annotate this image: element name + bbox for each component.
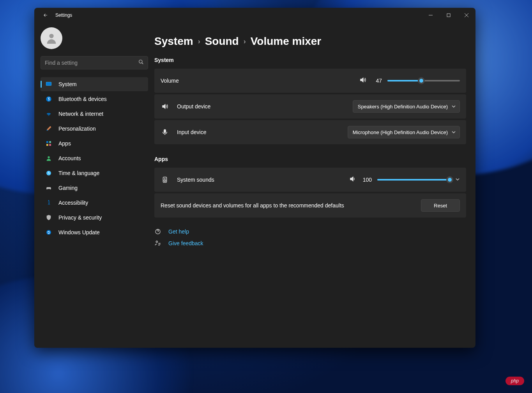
svg-point-18 (46, 230, 51, 235)
svg-point-15 (48, 156, 49, 158)
watermark: php (505, 377, 524, 385)
update-icon (45, 229, 52, 236)
chevron-right-icon: › (198, 37, 200, 46)
svg-point-22 (164, 178, 165, 179)
sidebar-item-bluetooth[interactable]: Bluetooth & devices (41, 92, 148, 106)
speaker-icon[interactable] (349, 175, 356, 184)
back-button[interactable] (40, 9, 51, 21)
sidebar-item-label: Privacy & security (58, 214, 102, 221)
svg-rect-19 (164, 129, 166, 133)
sidebar-item-system[interactable]: System (41, 77, 148, 91)
user-avatar[interactable] (41, 27, 62, 49)
feedback-icon (154, 240, 161, 246)
section-label-system: System (154, 57, 466, 63)
help-icon (154, 228, 161, 235)
search-box[interactable] (41, 56, 148, 69)
give-feedback-link[interactable]: Give feedback (168, 240, 203, 246)
sidebar-item-privacy[interactable]: Privacy & security (41, 211, 148, 225)
sidebar-item-gaming[interactable]: Gaming (41, 181, 148, 195)
svg-rect-7 (46, 82, 51, 86)
get-help-row: Get help (154, 228, 466, 235)
volume-slider[interactable] (387, 77, 460, 85)
main-content: System › Sound › Volume mixer System Vol… (154, 23, 475, 348)
sidebar-item-label: Accounts (58, 155, 81, 161)
titlebar: Settings (34, 8, 475, 23)
output-device-card: Output device Speakers (High Definition … (154, 94, 466, 119)
system-sounds-card: System sounds 100 (154, 168, 466, 192)
system-sounds-value: 100 (362, 177, 372, 183)
system-sounds-label: System sounds (177, 177, 349, 183)
breadcrumb-current: Volume mixer (251, 35, 322, 48)
volume-card: Volume 47 (154, 69, 466, 93)
input-device-selected: Microphone (High Definition Audio Device… (353, 129, 448, 135)
minimize-button[interactable] (422, 8, 440, 23)
reset-description: Reset sound devices and volumes for all … (161, 202, 421, 209)
search-input[interactable] (45, 60, 138, 66)
account-icon (45, 155, 52, 162)
section-label-apps: Apps (154, 156, 466, 162)
svg-point-21 (164, 180, 166, 182)
svg-rect-14 (49, 144, 51, 146)
input-device-dropdown[interactable]: Microphone (High Definition Audio Device… (348, 126, 460, 138)
close-button[interactable] (458, 8, 475, 23)
expand-button[interactable] (455, 176, 460, 183)
help-links: Get help Give feedback (154, 228, 466, 246)
close-icon (465, 13, 468, 17)
sidebar-item-label: Network & internet (58, 111, 103, 117)
microphone-icon (161, 129, 169, 136)
reset-button[interactable]: Reset (421, 199, 460, 212)
window-title: Settings (55, 12, 72, 18)
output-device-dropdown[interactable]: Speakers (High Definition Audio Device) (353, 100, 460, 113)
clock-icon (45, 170, 52, 177)
chevron-down-icon (452, 129, 456, 135)
shield-icon (45, 214, 52, 221)
breadcrumb-system[interactable]: System (154, 35, 193, 48)
display-icon (45, 81, 52, 88)
svg-rect-1 (447, 14, 450, 17)
sidebar-item-label: Windows Update (58, 229, 100, 235)
person-icon (45, 32, 58, 45)
arrow-left-icon (43, 12, 48, 18)
wifi-icon (45, 110, 52, 117)
volume-label: Volume (161, 78, 179, 84)
chevron-down-icon (455, 177, 460, 182)
output-device-label: Output device (177, 103, 353, 110)
chevron-down-icon (452, 104, 456, 110)
speaker-icon[interactable] (359, 76, 366, 85)
sidebar-item-personalization[interactable]: Personalization (41, 122, 148, 136)
svg-line-6 (142, 63, 143, 64)
give-feedback-row: Give feedback (154, 240, 466, 246)
gamepad-icon (45, 184, 52, 191)
paintbrush-icon (45, 125, 52, 132)
svg-point-4 (49, 34, 53, 38)
sidebar-item-accessibility[interactable]: Accessibility (41, 196, 148, 210)
svg-point-10 (47, 130, 48, 131)
svg-point-17 (48, 200, 49, 201)
svg-point-5 (139, 60, 142, 63)
maximize-button[interactable] (440, 8, 458, 23)
sidebar-item-label: Time & language (58, 170, 99, 176)
window-controls (422, 8, 475, 23)
sidebar-item-label: Bluetooth & devices (58, 96, 107, 102)
speaker-output-icon (161, 103, 169, 110)
system-sounds-slider[interactable] (377, 176, 450, 184)
breadcrumb-sound[interactable]: Sound (205, 35, 239, 48)
reset-card: Reset sound devices and volumes for all … (154, 193, 466, 218)
sidebar-item-label: System (58, 81, 77, 87)
search-icon (138, 59, 144, 66)
sidebar-nav: System Bluetooth & devices Network & int… (41, 77, 148, 239)
sidebar-item-update[interactable]: Windows Update (41, 225, 148, 239)
get-help-link[interactable]: Get help (168, 228, 189, 235)
svg-rect-13 (46, 144, 48, 146)
sidebar-item-label: Personalization (58, 126, 96, 132)
sidebar-item-accounts[interactable]: Accounts (41, 151, 148, 165)
svg-point-24 (156, 241, 157, 243)
sidebar-item-network[interactable]: Network & internet (41, 107, 148, 121)
sidebar-item-apps[interactable]: Apps (41, 136, 148, 150)
volume-value: 47 (372, 78, 382, 84)
bluetooth-icon (45, 96, 52, 103)
input-device-label: Input device (177, 129, 348, 135)
svg-rect-12 (49, 141, 51, 143)
sidebar-item-label: Gaming (58, 185, 78, 191)
sidebar-item-time[interactable]: Time & language (41, 166, 148, 180)
